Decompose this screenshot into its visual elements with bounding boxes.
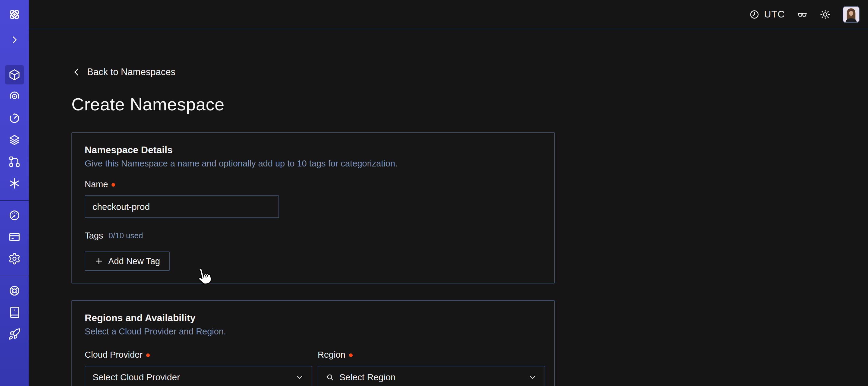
required-dot — [146, 353, 150, 357]
sidebar-divider — [0, 276, 29, 276]
add-new-tag-button[interactable]: Add New Tag — [85, 251, 170, 271]
required-dot — [349, 353, 352, 357]
life-buoy-icon[interactable] — [5, 281, 24, 300]
chevron-right-icon[interactable] — [5, 30, 24, 50]
chevron-down-icon — [295, 373, 304, 382]
cube-icon[interactable] — [5, 65, 24, 84]
branch-icon[interactable] — [5, 152, 24, 171]
card-subtitle: Give this Namespace a name and optionall… — [85, 159, 541, 169]
cloud-provider-select-value: Select Cloud Provider — [93, 372, 180, 382]
topbar: UTC — [29, 0, 868, 29]
spiral-icon[interactable] — [5, 87, 24, 106]
glasses-icon[interactable] — [797, 9, 808, 20]
card-subtitle: Select a Cloud Provider and Region. — [85, 327, 541, 336]
avatar[interactable] — [843, 6, 860, 23]
timezone-selector[interactable]: UTC — [749, 9, 785, 20]
namespace-details-card: Namespace Details Give this Namespace a … — [71, 132, 555, 284]
cloud-provider-select[interactable]: Select Cloud Provider — [85, 366, 312, 386]
layers-icon[interactable] — [5, 130, 24, 150]
sidebar — [0, 0, 29, 386]
region-select[interactable]: Select Region — [318, 366, 545, 386]
chevron-down-icon — [528, 373, 537, 382]
chevron-left-icon — [71, 67, 82, 77]
temporal-logo-icon[interactable] — [5, 5, 24, 24]
asterisk-icon[interactable] — [5, 174, 24, 193]
app-screen: UTC — [0, 0, 868, 386]
add-tag-button-label: Add New Tag — [108, 256, 160, 266]
timezone-label: UTC — [764, 9, 785, 20]
region-label: Region — [318, 350, 345, 360]
clock-icon — [749, 9, 760, 20]
tags-usage-count: 0/10 used — [108, 231, 143, 240]
gauge-icon[interactable] — [5, 206, 24, 225]
plus-icon — [94, 257, 103, 266]
book-sparkles-icon[interactable] — [5, 303, 24, 322]
cloud-provider-field: Cloud Provider Select Cloud Provider — [85, 339, 312, 386]
timer-icon[interactable] — [5, 109, 24, 128]
card-title: Regions and Availability — [85, 313, 541, 324]
gear-icon[interactable] — [5, 249, 24, 268]
region-field: Region Select Region — [318, 339, 545, 386]
tags-label: Tags — [85, 231, 103, 241]
required-dot — [112, 183, 115, 187]
namespace-name-input[interactable] — [85, 196, 279, 218]
main-content: Back to Namespaces Create Namespace Name… — [29, 30, 868, 386]
sidebar-divider — [0, 200, 29, 201]
search-icon — [326, 373, 335, 382]
cloud-provider-label: Cloud Provider — [85, 350, 143, 360]
back-to-namespaces-link[interactable]: Back to Namespaces — [71, 67, 176, 78]
page-title: Create Namespace — [71, 94, 868, 114]
region-select-value: Select Region — [339, 372, 396, 382]
card-title: Namespace Details — [85, 144, 541, 156]
back-link-label: Back to Namespaces — [87, 67, 176, 78]
credit-card-icon[interactable] — [5, 227, 24, 247]
sun-icon[interactable] — [820, 9, 831, 20]
regions-availability-card: Regions and Availability Select a Cloud … — [71, 300, 555, 386]
rocket-icon[interactable] — [5, 325, 24, 344]
name-label: Name — [85, 179, 108, 189]
